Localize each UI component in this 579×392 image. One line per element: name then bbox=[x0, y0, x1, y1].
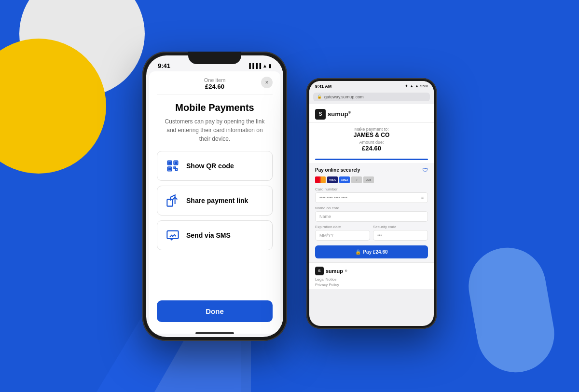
payment-to-label: Make payment to: bbox=[315, 127, 428, 132]
security-input[interactable]: ••• bbox=[373, 230, 428, 241]
sumup-logo: S sumup® bbox=[315, 109, 351, 120]
svg-rect-6 bbox=[167, 199, 173, 206]
card-logos: VISA AMEX ✓ JCB bbox=[315, 176, 428, 183]
android-status-bar: 9:41 AM ✦ ▲ ▲ 95% bbox=[309, 81, 434, 91]
qr-icon bbox=[165, 158, 180, 174]
header-subtitle: One item bbox=[157, 77, 273, 83]
close-button[interactable]: × bbox=[261, 77, 273, 88]
shield-icon: 🛡 bbox=[422, 167, 428, 174]
name-input[interactable]: Name bbox=[315, 211, 428, 222]
android-status-icons: ✦ ▲ ▲ 95% bbox=[405, 84, 428, 88]
footer-links: Legal Notice Privacy Policy bbox=[315, 277, 428, 287]
app-content: One item £24.60 × Mobile Payments Custom… bbox=[149, 71, 280, 334]
main-title: Mobile Payments bbox=[157, 102, 273, 113]
privacy-policy-link[interactable]: Privacy Policy bbox=[315, 283, 428, 287]
sumup-brand-text: sumup® bbox=[328, 110, 351, 118]
iphone-status-icons: ▐▐▐▐ ▲ ▮ bbox=[248, 63, 272, 68]
svg-rect-5 bbox=[169, 168, 171, 170]
expiry-label: Expiration date bbox=[315, 225, 370, 229]
pay-lock-icon: 🔒 bbox=[355, 249, 361, 255]
android-wifi: ▲ bbox=[415, 84, 419, 88]
android-signal: ▲ bbox=[410, 84, 414, 88]
iphone-screen: 9:41 ▐▐▐▐ ▲ ▮ One item £24.60 × Mobile P… bbox=[146, 55, 283, 337]
iphone-time: 9:41 bbox=[158, 62, 170, 69]
android-screen: 9:41 AM ✦ ▲ ▲ 95% 🔒 gateway.sumup.com bbox=[309, 81, 434, 326]
sumup-icon: S bbox=[315, 109, 326, 120]
pay-section-header: Pay online securely 🛡 bbox=[315, 167, 428, 174]
footer-logo: S sumup® bbox=[315, 267, 428, 275]
done-button[interactable]: Done bbox=[157, 300, 273, 322]
android-device: 9:41 AM ✦ ▲ ▲ 95% 🔒 gateway.sumup.com bbox=[306, 78, 437, 329]
android-battery: 95% bbox=[420, 84, 428, 88]
card5-logo: JCB bbox=[363, 176, 374, 183]
iphone-device: 9:41 ▐▐▐▐ ▲ ▮ One item £24.60 × Mobile P… bbox=[142, 52, 287, 341]
share-link-label: Share payment link bbox=[186, 197, 248, 204]
security-field: Security code ••• bbox=[373, 225, 428, 241]
name-label: Name on card bbox=[315, 206, 428, 210]
scene: 9:41 ▐▐▐▐ ▲ ▮ One item £24.60 × Mobile P… bbox=[0, 0, 579, 392]
sms-label: Send via SMS bbox=[186, 231, 231, 239]
svg-rect-7 bbox=[167, 230, 178, 238]
android-time: 9:41 AM bbox=[315, 84, 331, 89]
battery-icon: ▮ bbox=[269, 63, 272, 68]
pay-section-title: Pay online securely bbox=[315, 167, 360, 173]
footer-sumup-icon: S bbox=[315, 267, 324, 275]
merchant-name: JAMES & CO bbox=[315, 132, 428, 138]
url-text: gateway.sumup.com bbox=[324, 95, 364, 99]
lock-icon: 🔒 bbox=[317, 95, 322, 99]
qr-code-label: Show QR code bbox=[186, 162, 234, 170]
payment-info: Make payment to: JAMES & CO Amount due: … bbox=[309, 123, 434, 156]
url-bar[interactable]: 🔒 gateway.sumup.com bbox=[313, 93, 430, 101]
sms-icon bbox=[165, 228, 180, 243]
qr-code-button[interactable]: Show QR code bbox=[157, 151, 273, 181]
amex-logo: AMEX bbox=[339, 176, 350, 183]
app-header: One item £24.60 × bbox=[157, 71, 273, 95]
legal-notice-link[interactable]: Legal Notice bbox=[315, 277, 428, 282]
svg-rect-3 bbox=[169, 162, 171, 163]
mastercard-logo bbox=[315, 176, 326, 183]
sms-button[interactable]: Send via SMS bbox=[157, 220, 273, 250]
payment-footer: S sumup® Legal Notice Privacy Policy bbox=[309, 262, 434, 289]
signal-icon: ▐▐▐▐ bbox=[248, 63, 261, 68]
payment-header: S sumup® bbox=[309, 104, 434, 123]
amount-value: £24.60 bbox=[315, 145, 428, 152]
card-number-input[interactable]: •••• •••• •••• •••• ≡ bbox=[315, 192, 428, 203]
wifi-icon: ▲ bbox=[262, 63, 267, 68]
card-input-icon: ≡ bbox=[421, 195, 424, 200]
share-link-button[interactable]: Share payment link bbox=[157, 186, 273, 216]
amount-progress-bar bbox=[315, 159, 428, 160]
card4-logo: ✓ bbox=[351, 176, 362, 183]
amount-label: Amount due: bbox=[315, 140, 428, 145]
expiry-field: Expiration date MM/YY bbox=[315, 225, 370, 241]
footer-brand-text: sumup bbox=[326, 268, 343, 274]
pay-button[interactable]: 🔒 Pay £24.60 bbox=[315, 245, 428, 258]
security-label: Security code bbox=[373, 225, 428, 229]
payment-page: S sumup® Make payment to: JAMES & CO Amo… bbox=[309, 104, 434, 289]
iphone-home-bar bbox=[195, 332, 234, 334]
header-amount: £24.60 bbox=[157, 83, 273, 90]
share-icon bbox=[165, 193, 180, 208]
name-field: Name on card Name bbox=[315, 206, 428, 222]
card-number-field: Card number •••• •••• •••• •••• ≡ bbox=[315, 187, 428, 203]
pay-section: Pay online securely 🛡 VISA AMEX ✓ JCB Ca… bbox=[309, 163, 434, 262]
svg-rect-4 bbox=[175, 162, 177, 163]
card-number-label: Card number bbox=[315, 187, 428, 191]
browser-chrome: 🔒 gateway.sumup.com bbox=[309, 91, 434, 104]
bt-icon: ✦ bbox=[405, 84, 408, 88]
visa-logo: VISA bbox=[327, 176, 338, 183]
iphone-notch bbox=[188, 52, 241, 64]
expiry-security-row: Expiration date MM/YY Security code ••• bbox=[315, 225, 428, 243]
expiry-input[interactable]: MM/YY bbox=[315, 230, 370, 241]
description-text: Customers can pay by opening the link an… bbox=[157, 117, 273, 143]
